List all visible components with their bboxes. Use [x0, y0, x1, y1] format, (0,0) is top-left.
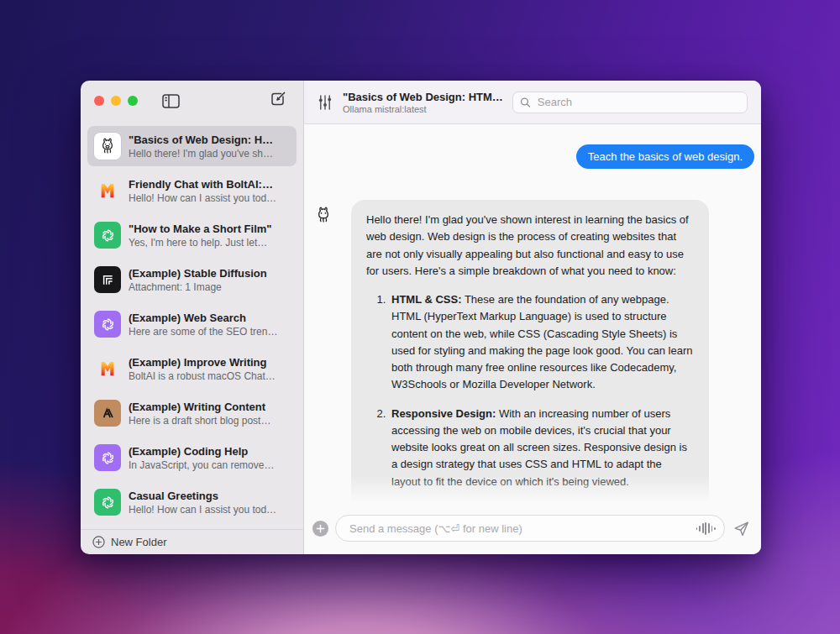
conversation-subtitle: Yes, I'm here to help. Just let… — [129, 237, 272, 249]
assistant-message-bubble: Hello there! I'm glad you've shown inter… — [351, 200, 709, 507]
conversation-list: "Basics of Web Design: H… Hello there! I… — [81, 121, 303, 529]
conversation-title: Friendly Chat with BoltAI:… — [129, 178, 276, 191]
toggle-sidebar-icon[interactable] — [162, 94, 180, 108]
message-fade-overlay — [304, 475, 761, 507]
new-folder-button[interactable]: New Folder — [81, 529, 303, 554]
anthropic-icon — [94, 400, 121, 427]
ollama-llama-avatar — [312, 204, 334, 226]
ollama-llama-icon — [94, 133, 121, 160]
voice-input-icon[interactable] — [696, 521, 716, 535]
conversation-subtitle: Attachment: 1 Image — [129, 281, 267, 293]
conversation-title: Casual Greetings — [129, 490, 276, 502]
stable-diffusion-icon — [94, 266, 121, 293]
search-input[interactable] — [536, 95, 740, 109]
composer-bar — [304, 507, 761, 554]
conversation-title: (Example) Improve Writing — [129, 356, 276, 369]
conversation-subtitle: BoltAI is a robust macOS Chat… — [129, 370, 276, 382]
message-input[interactable] — [348, 521, 690, 536]
app-window: "Basics of Web Design: H… Hello there! I… — [81, 81, 761, 554]
conversation-title: "Basics of Web Design: H… — [129, 134, 273, 146]
boltai-icon — [94, 177, 121, 204]
conversation-title: (Example) Coding Help — [129, 445, 274, 458]
chatgpt-icon — [94, 489, 121, 516]
conversation-item-improve-writing[interactable]: (Example) Improve Writing BoltAI is a ro… — [87, 348, 297, 389]
chat-header: "Basics of Web Design: HTM… Ollama mistr… — [304, 81, 761, 124]
chatgpt-icon — [94, 311, 121, 338]
conversation-title: "How to Make a Short Film" — [129, 223, 272, 235]
chatgpt-icon — [94, 222, 121, 249]
send-icon[interactable] — [733, 521, 749, 537]
model-settings-icon[interactable] — [318, 94, 333, 111]
chatgpt-icon — [94, 444, 121, 471]
conversation-item-basics-of-web-design[interactable]: "Basics of Web Design: H… Hello there! I… — [87, 126, 297, 166]
sidebar: "Basics of Web Design: H… Hello there! I… — [81, 81, 304, 554]
sidebar-toolbar — [81, 81, 303, 121]
conversation-subtitle: Hello there! I'm glad you've sh… — [129, 148, 273, 160]
conversation-subtitle: In JavaScript, you can remove… — [129, 459, 274, 471]
conversation-item-short-film[interactable]: "How to Make a Short Film" Yes, I'm here… — [87, 215, 297, 255]
conversation-title: (Example) Writing Content — [129, 401, 270, 413]
message-area: Teach the basics of web design. Hello th… — [304, 124, 761, 507]
minimize-window-button[interactable] — [111, 96, 121, 106]
zoom-window-button[interactable] — [128, 96, 138, 106]
close-window-button[interactable] — [94, 96, 104, 106]
traffic-lights — [94, 96, 138, 106]
attach-plus-button[interactable] — [312, 521, 328, 537]
chat-title: "Basics of Web Design: HTM… — [343, 91, 503, 103]
conversation-item-stable-diffusion[interactable]: (Example) Stable Diffusion Attachment: 1… — [87, 259, 297, 300]
new-chat-icon[interactable] — [270, 91, 286, 107]
conversation-title: (Example) Web Search — [129, 312, 277, 324]
conversation-subtitle: Here is a draft short blog post… — [129, 415, 270, 427]
conversation-item-web-search[interactable]: (Example) Web Search Here are some of th… — [87, 304, 297, 344]
plus-circle-icon — [92, 536, 105, 548]
message-input-pill[interactable] — [335, 515, 725, 542]
conversation-subtitle: Hello! How can I assist you tod… — [129, 192, 276, 204]
conversation-item-writing-content[interactable]: (Example) Writing Content Here is a draf… — [87, 393, 297, 433]
chat-main: "Basics of Web Design: HTM… Ollama mistr… — [304, 81, 761, 554]
conversation-subtitle: Hello! How can I assist you tod… — [129, 504, 276, 516]
conversation-item-coding-help[interactable]: (Example) Coding Help In JavaScript, you… — [87, 438, 297, 478]
search-icon — [520, 97, 531, 108]
user-message-bubble: Teach the basics of web design. — [576, 144, 754, 169]
assistant-intro: Hello there! I'm glad you've shown inter… — [366, 212, 694, 280]
search-field[interactable] — [512, 92, 748, 113]
list-item: HTML & CSS: These are the foundation of … — [389, 291, 694, 394]
conversation-item-friendly-chat[interactable]: Friendly Chat with BoltAI:… Hello! How c… — [87, 170, 297, 211]
conversation-title: (Example) Stable Diffusion — [129, 267, 267, 280]
chat-model-label: Ollama mistral:latest — [343, 104, 503, 114]
conversation-item-casual-greetings[interactable]: Casual Greetings Hello! How can I assist… — [87, 482, 297, 522]
new-folder-label: New Folder — [111, 536, 166, 548]
conversation-subtitle: Here are some of the SEO tren… — [129, 326, 277, 338]
boltai-icon — [94, 355, 121, 382]
